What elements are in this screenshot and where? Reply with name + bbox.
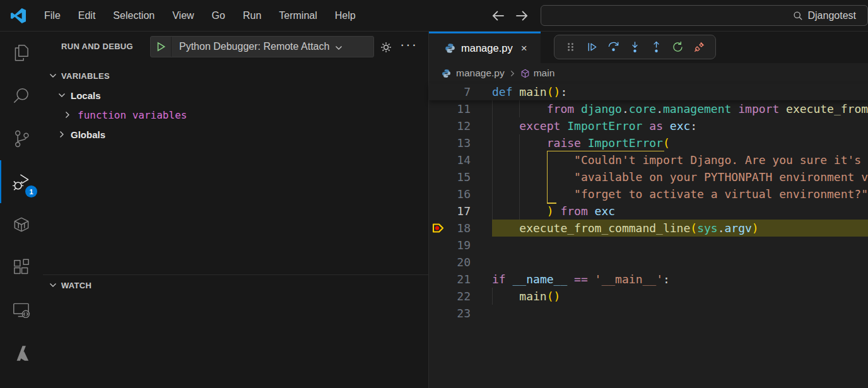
gutter[interactable]: 7 <box>429 83 492 100</box>
gear-icon[interactable] <box>378 40 394 55</box>
tokens: raise ImportError( <box>492 136 670 150</box>
tokens: main() <box>492 290 560 303</box>
navigate-back-icon[interactable] <box>490 8 507 24</box>
python-icon <box>445 43 455 54</box>
sticky-scroll-line[interactable]: 7def main(): <box>429 83 868 100</box>
menu-view[interactable]: View <box>163 0 202 32</box>
tokens: "forget to activate a virtual environmen… <box>492 187 868 201</box>
bracket-pair-guide-stub <box>547 203 556 204</box>
code-line-18: 18 execute_from_command_line(sys.argv) <box>429 220 868 237</box>
search-icon <box>11 85 32 107</box>
gutter[interactable]: 13 <box>429 134 492 151</box>
symbol-method-icon <box>520 69 530 78</box>
continue-button[interactable] <box>584 39 600 56</box>
watch-header-label: WATCH <box>61 281 91 290</box>
gutter[interactable]: 17 <box>429 203 492 220</box>
gutter[interactable]: 16 <box>429 185 492 203</box>
step-over-button[interactable] <box>605 39 621 56</box>
scope-locals-row[interactable]: Locals <box>43 86 428 105</box>
gutter[interactable]: 21 <box>429 271 492 288</box>
line-number: 15 <box>429 168 471 185</box>
tokens: "available on your PYTHONPATH environmen… <box>492 170 868 184</box>
run-and-debug-sidebar: RUN AND DEBUG Python Debugger: Remote At… <box>43 32 428 388</box>
menu-help[interactable]: Help <box>326 0 365 32</box>
menu-run[interactable]: Run <box>234 0 270 32</box>
close-icon[interactable]: × <box>521 43 527 54</box>
menu-file[interactable]: File <box>35 0 69 32</box>
scope-globals-row[interactable]: Globals <box>43 125 428 144</box>
activity-remote-explorer[interactable] <box>0 289 43 332</box>
drag-handle[interactable] <box>562 39 578 56</box>
code-text[interactable]: except ImportError as exc: <box>492 117 868 134</box>
title-bar: FileEditSelectionViewGoRunTerminalHelp D… <box>0 0 868 32</box>
activity-run-and-debug[interactable]: 1 <box>0 160 43 203</box>
menu-go[interactable]: Go <box>203 0 234 32</box>
line-number: 16 <box>429 185 471 203</box>
launch-config-label: Python Debugger: Remote Attach <box>179 41 329 52</box>
more-actions-icon[interactable]: ··· <box>400 37 418 53</box>
gutter[interactable]: 18 <box>429 220 492 237</box>
breadcrumb-file[interactable]: manage.py <box>456 68 505 79</box>
disconnect-button[interactable] <box>691 39 708 56</box>
activity-containers[interactable] <box>0 203 43 246</box>
step-into-button[interactable] <box>627 39 643 56</box>
gutter[interactable]: 20 <box>429 254 492 271</box>
breadcrumb-symbol[interactable]: main <box>534 68 555 79</box>
activity-search[interactable] <box>0 74 43 117</box>
function-variables-label: function variables <box>78 109 187 121</box>
code-text[interactable]: main() <box>492 288 868 305</box>
variables-section-header[interactable]: VARIABLES <box>43 66 428 85</box>
activity-source-control[interactable] <box>0 117 43 160</box>
activity-azure[interactable] <box>0 332 43 375</box>
code-line-13: 13 raise ImportError( <box>429 134 868 151</box>
menu-terminal[interactable]: Terminal <box>270 0 326 32</box>
code-line-17: 17 ) from exc <box>429 203 868 220</box>
code-text[interactable]: "available on your PYTHONPATH environmen… <box>492 168 868 185</box>
code-text[interactable]: from django.core.management import execu… <box>492 100 868 117</box>
code-text[interactable]: execute_from_command_line(sys.argv) <box>492 220 868 237</box>
drag-handle-icon <box>563 40 578 54</box>
gutter[interactable]: 11 <box>429 100 492 117</box>
disconnect-icon <box>692 40 707 54</box>
debug-session-badge: 1 <box>25 185 37 197</box>
tokens: if __name__ == '__main__': <box>492 273 670 286</box>
launch-config-dropdown[interactable]: Python Debugger: Remote Attach <box>150 36 374 57</box>
line-number: 22 <box>429 288 471 305</box>
code-text[interactable] <box>492 237 868 254</box>
watch-section-header[interactable]: WATCH <box>43 275 428 295</box>
code-text[interactable]: ) from exc <box>492 203 868 220</box>
restart-button[interactable] <box>670 39 686 56</box>
menu-selection[interactable]: Selection <box>104 0 163 32</box>
step-out-button[interactable] <box>648 39 665 56</box>
code-text[interactable]: def main(): <box>492 83 868 100</box>
activity-explorer[interactable] <box>0 32 43 74</box>
function-variables-row[interactable]: function variables <box>43 105 428 124</box>
code-text[interactable] <box>492 254 868 271</box>
code-text[interactable]: raise ImportError( <box>492 134 868 151</box>
search-icon <box>793 11 803 21</box>
gutter[interactable]: 15 <box>429 168 492 185</box>
vscode-logo-icon <box>10 8 26 24</box>
tab-manage-py[interactable]: manage.py × <box>429 32 541 63</box>
gutter[interactable]: 22 <box>429 288 492 305</box>
code-text[interactable]: "Couldn't import Django. Are you sure it… <box>492 151 868 168</box>
activity-extensions[interactable] <box>0 246 43 289</box>
line-number: 18 <box>429 220 471 237</box>
extensions-icon <box>11 257 32 278</box>
python-icon <box>442 69 451 78</box>
menu-edit[interactable]: Edit <box>69 0 105 32</box>
variables-header-label: VARIABLES <box>61 71 110 81</box>
code-text[interactable]: "forget to activate a virtual environmen… <box>492 185 868 203</box>
gutter[interactable]: 23 <box>429 305 492 322</box>
gutter[interactable]: 14 <box>429 151 492 168</box>
gutter[interactable]: 19 <box>429 237 492 254</box>
start-debug-button[interactable] <box>151 37 172 57</box>
code-text[interactable]: if __name__ == '__main__': <box>492 271 868 288</box>
command-center[interactable]: Djangotest <box>541 5 868 26</box>
gutter[interactable]: 12 <box>429 117 492 134</box>
code-line-20: 20 <box>429 254 868 271</box>
chevron-right-icon <box>64 111 71 119</box>
tab-bar: manage.py × <box>429 32 868 63</box>
code-text[interactable] <box>492 305 868 322</box>
navigate-forward-icon[interactable] <box>513 8 530 24</box>
